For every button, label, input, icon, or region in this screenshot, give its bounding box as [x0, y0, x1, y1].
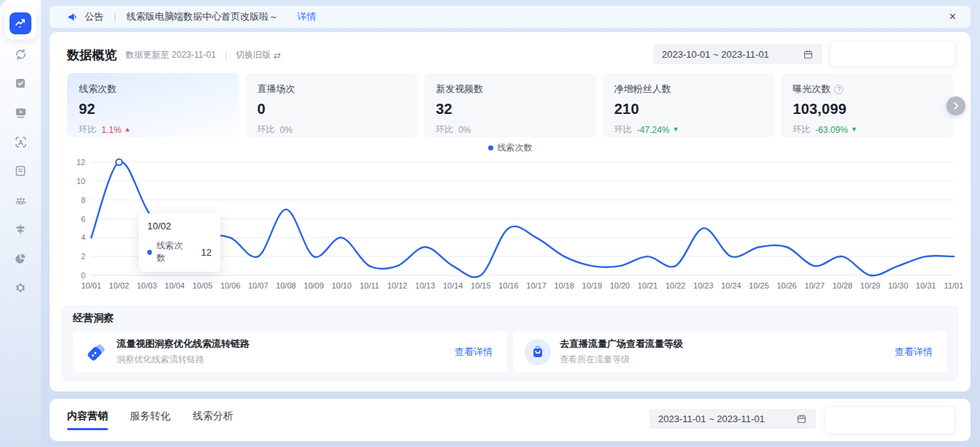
sidebar [0, 0, 41, 447]
tooltip-series-name: 线索次数 [156, 240, 188, 264]
audience-icon [14, 194, 28, 210]
x-axis-label: 10/25 [749, 281, 769, 290]
date-shortcut-panel-bottom[interactable] [825, 406, 955, 434]
date-shortcut-panel[interactable] [830, 41, 956, 67]
tab-content-marketing[interactable]: 内容营销 [67, 410, 108, 430]
x-axis-label: 11/01 [944, 281, 964, 290]
x-axis-label: 10/01 [81, 281, 101, 290]
y-axis-label: 10 [77, 177, 85, 186]
x-axis-label: 10/24 [721, 281, 741, 290]
y-axis-label: 12 [77, 158, 85, 167]
sidebar-item-audience[interactable] [6, 187, 35, 216]
task-check-icon [14, 77, 27, 93]
leads-trend-line [91, 161, 954, 277]
video-icon [14, 106, 28, 123]
x-axis-label: 10/14 [443, 281, 463, 290]
banner-message: 线索版电脑端数据中心首页改版啦～ [126, 10, 278, 23]
calendar-icon [803, 49, 814, 60]
sidebar-item-face-capture[interactable] [6, 129, 35, 158]
stat-compare: 环比 0% [258, 123, 406, 136]
stat-label: 线索次数 [79, 83, 228, 96]
carousel-next-button[interactable] [946, 96, 965, 115]
stat-value: 103,099 [792, 101, 941, 118]
chart-legend-leads[interactable]: 线索次数 [50, 142, 971, 154]
highlighted-data-point [116, 159, 123, 166]
x-axis-label: 10/17 [526, 281, 547, 290]
pie-chart-icon [14, 252, 27, 268]
sidebar-item-tasks[interactable] [6, 70, 35, 99]
overview-header: 数据概览 数据更新至 2023-11-01 | 切换旧版 ⇄ [67, 47, 281, 64]
x-axis-label: 10/21 [638, 281, 658, 290]
stat-compare: 环比 -63.09%▼ [792, 123, 941, 136]
sync-icon [14, 47, 28, 64]
chevron-right-icon [951, 101, 961, 111]
tab-leads-analysis[interactable]: 线索分析 [193, 410, 234, 430]
insight-card-traffic-view: 流量视图洞察优化线索流转链路 洞察优化线索流转链路 查看详情 [73, 331, 507, 372]
x-axis-label: 10/15 [471, 281, 491, 290]
banner-label: 公告 [85, 10, 104, 23]
sidebar-item-content-library[interactable] [6, 158, 35, 187]
stat-value: 32 [436, 101, 584, 118]
view-details-link[interactable]: 查看详情 [455, 345, 493, 359]
x-axis-label: 10/30 [888, 281, 908, 290]
sidebar-item-guide[interactable] [6, 216, 35, 245]
x-axis-label: 10/18 [554, 281, 574, 290]
insight-subtitle: 洞察优化线索流转链路 [117, 354, 250, 366]
insights-title: 经营洞察 [73, 312, 947, 325]
x-axis-label: 10/23 [693, 281, 714, 290]
tooltip-date: 10/02 [147, 221, 212, 232]
stat-card-net-new-followers[interactable]: 净增粉丝人数 210 环比 -47.24%▼ [603, 73, 775, 137]
x-axis-label: 10/16 [498, 281, 519, 290]
legend-label: 线索次数 [498, 142, 533, 154]
stat-card-impressions[interactable]: 曝光次数 ? 103,099 环比 -63.09%▼ [781, 73, 953, 137]
sidebar-item-video[interactable] [6, 99, 35, 129]
insight-subtitle: 查看所在流量等级 [560, 354, 683, 366]
megaphone-icon [67, 11, 79, 23]
x-axis-label: 10/22 [665, 281, 686, 290]
x-axis-label: 10/20 [610, 281, 630, 290]
stat-compare: 环比 1.1%▲ [79, 123, 228, 136]
tab-service-conversion[interactable]: 服务转化 [130, 410, 171, 430]
banner-details-link[interactable]: 详情 [297, 10, 316, 23]
sidebar-item-apps[interactable] [6, 275, 35, 304]
stat-card-leads-count[interactable]: 线索次数 92 环比 1.1%▲ [67, 73, 239, 137]
stat-value: 210 [614, 101, 763, 118]
stat-card-new-videos[interactable]: 新发视频数 32 环比 0% [424, 73, 596, 137]
insight-title: 去直播流量广场查看流量等级 [560, 337, 683, 351]
view-details-link[interactable]: 查看详情 [895, 345, 933, 359]
calendar-icon [796, 413, 807, 424]
x-axis-label: 10/02 [109, 281, 129, 290]
x-axis-label: 10/07 [248, 281, 269, 290]
date-range-picker[interactable]: 2023-10-01 ~ 2023-11-01 [653, 44, 822, 64]
x-axis-label: 10/12 [387, 281, 408, 290]
date-range-value: 2023-10-01 ~ 2023-11-01 [662, 49, 769, 60]
page-title: 数据概览 [67, 47, 117, 64]
down-triangle-icon: ▼ [851, 126, 857, 133]
legend-dot-icon [488, 145, 493, 150]
info-icon[interactable]: ? [834, 85, 844, 94]
analysis-tabs: 内容营销 服务转化 线索分析 [67, 410, 234, 430]
sidebar-item-data-overview[interactable] [4, 7, 36, 39]
x-axis-label: 10/05 [193, 281, 213, 290]
sidebar-item-analytics[interactable] [6, 245, 35, 275]
insight-card-live-traffic: 去直播流量广场查看流量等级 查看所在流量等级 查看详情 [513, 331, 947, 372]
x-axis-label: 10/08 [276, 281, 296, 290]
date-range-picker-bottom[interactable]: 2023-11-01 ~ 2023-11-01 [649, 409, 816, 429]
signpost-icon [14, 223, 27, 239]
analysis-section-card: 内容营销 服务转化 线索分析 2023-11-01 ~ 2023-11-01 [50, 399, 971, 441]
card-icon [14, 164, 27, 180]
sidebar-item-sync[interactable] [6, 41, 35, 70]
stat-label: 曝光次数 ? [792, 83, 941, 96]
stat-label: 直播场次 [258, 83, 406, 96]
chart-tooltip: 10/02 线索次数 12 [139, 213, 220, 272]
close-icon[interactable]: × [945, 9, 960, 24]
switch-old-version-link[interactable]: 切换旧版 ⇄ [236, 49, 281, 61]
y-axis-label: 0 [81, 271, 85, 280]
business-insights-panel: 经营洞察 流量视图洞察优化线索流转链路 洞察优化线索流转链路 查看详情 去直播流… [61, 305, 959, 381]
up-triangle-icon: ▲ [124, 126, 131, 133]
stat-value: 92 [79, 101, 228, 118]
stat-card-live-sessions[interactable]: 直播场次 0 环比 0% [246, 73, 418, 137]
data-updated-text: 数据更新至 2023-11-01 [126, 49, 216, 61]
y-axis-label: 8 [81, 196, 85, 205]
down-triangle-icon: ▼ [672, 126, 679, 133]
